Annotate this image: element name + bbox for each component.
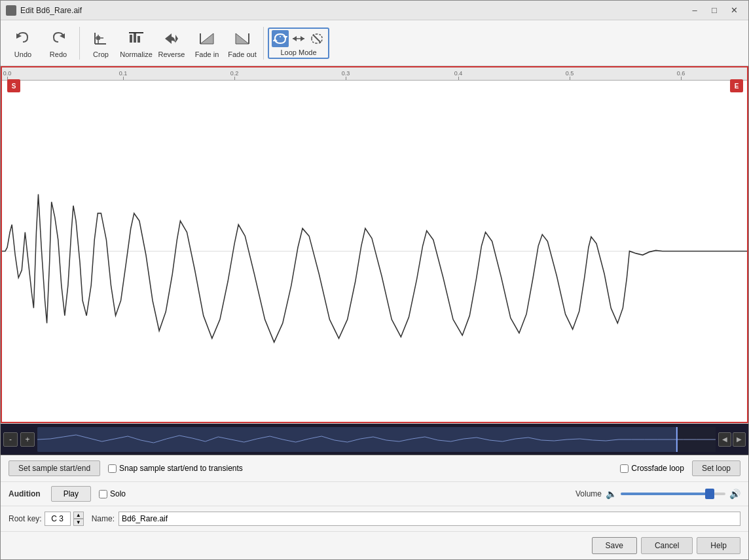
crop-icon <box>90 28 111 49</box>
play-button[interactable]: Play <box>51 486 91 502</box>
title-bar: Edit Bd6_Rare.aif – □ ✕ <box>1 1 748 20</box>
spin-buttons: ▲ ▼ <box>73 512 84 526</box>
footer-row: Save Cancel Help <box>1 531 748 559</box>
bottom-area: - + ◀ ▶ Set sample start/end <box>1 423 748 559</box>
ruler-tick-1: 0.1 <box>123 70 132 80</box>
snap-label: Snap sample start/end to transients <box>119 464 243 473</box>
zoom-in-button[interactable]: + <box>20 432 35 447</box>
audition-row: Audition Play Solo Volume 🔈 🔊 <box>1 482 748 506</box>
normalize-button[interactable]: Normalize <box>119 24 153 62</box>
crossfade-checkbox-label[interactable]: Crossfade loop <box>620 464 684 473</box>
normalize-label: Normalize <box>120 50 153 58</box>
svg-rect-23 <box>37 427 677 452</box>
nav-left-button[interactable]: ◀ <box>718 432 731 447</box>
svg-rect-8 <box>134 33 136 43</box>
name-input[interactable] <box>119 512 740 526</box>
loop-pingpong-button[interactable] <box>290 30 307 47</box>
redo-icon <box>48 28 69 49</box>
spin-up-button[interactable]: ▲ <box>73 512 84 519</box>
window-title: Edit Bd6_Rare.aif <box>20 6 685 15</box>
volume-label: Volume <box>575 489 602 498</box>
crop-button[interactable]: Crop <box>84 24 118 62</box>
svg-marker-13 <box>236 33 249 44</box>
set-sample-button[interactable]: Set sample start/end <box>9 460 100 476</box>
svg-rect-7 <box>130 35 132 43</box>
fade-out-label: Fade out <box>228 50 256 58</box>
spin-down-button[interactable]: ▼ <box>73 519 84 526</box>
svg-marker-19 <box>293 36 297 41</box>
svg-marker-15 <box>283 36 287 39</box>
crop-label: Crop <box>93 50 109 58</box>
set-loop-button[interactable]: Set loop <box>692 460 740 476</box>
fade-out-button[interactable]: Fade out <box>225 24 259 62</box>
solo-checkbox[interactable] <box>99 490 107 498</box>
ruler-tick-6: 0.6 <box>681 70 689 80</box>
fade-in-icon <box>196 28 217 49</box>
volume-fill <box>621 493 710 495</box>
close-button[interactable]: ✕ <box>725 3 743 18</box>
volume-track[interactable] <box>621 493 725 495</box>
loop-mode-label: Loop Mode <box>280 48 316 56</box>
reverse-button[interactable]: Reverse <box>155 24 189 62</box>
sep-1 <box>79 27 80 60</box>
cancel-button[interactable]: Cancel <box>641 537 693 554</box>
waveform-canvas <box>2 81 747 422</box>
sep-2 <box>263 27 264 60</box>
root-key-input[interactable] <box>45 512 71 526</box>
loop-icons <box>272 30 325 47</box>
nav-right-button[interactable]: ▶ <box>733 432 746 447</box>
fade-in-label: Fade in <box>195 50 219 58</box>
name-label: Name: <box>92 514 115 523</box>
window-controls: – □ ✕ <box>685 3 743 18</box>
svg-marker-16 <box>273 39 278 41</box>
start-marker[interactable]: S <box>7 79 20 92</box>
save-button[interactable]: Save <box>592 537 637 554</box>
main-window: Edit Bd6_Rare.aif – □ ✕ Undo Redo <box>0 0 749 560</box>
minimize-button[interactable]: – <box>685 3 704 18</box>
solo-label: Solo <box>110 489 126 498</box>
end-marker[interactable]: E <box>730 79 743 92</box>
ruler: 0.0 0.1 0.2 0.3 0.4 0.5 0.6 <box>2 67 747 81</box>
reverse-label: Reverse <box>158 50 185 58</box>
undo-icon <box>12 28 33 49</box>
undo-label: Undo <box>14 50 31 58</box>
crossfade-checkbox[interactable] <box>620 464 629 473</box>
app-icon <box>6 5 16 16</box>
loop-forward-button[interactable] <box>272 30 289 47</box>
name-group: Name: <box>92 512 740 526</box>
fade-out-icon <box>232 28 253 49</box>
fade-in-button[interactable]: Fade in <box>190 24 224 62</box>
ruler-tick-2: 0.2 <box>234 70 243 80</box>
undo-button[interactable]: Undo <box>6 24 40 62</box>
zoom-out-button[interactable]: - <box>3 432 18 447</box>
svg-marker-11 <box>200 33 213 44</box>
toolbar: Undo Redo Crop <box>1 20 748 66</box>
root-key-group: Root key: ▲ ▼ <box>9 512 84 526</box>
help-button[interactable]: Help <box>697 537 740 554</box>
ruler-tick-3: 0.3 <box>346 70 354 80</box>
name-row: Root key: ▲ ▼ Name: <box>1 506 748 531</box>
volume-thumb[interactable] <box>705 489 714 499</box>
snap-checkbox[interactable] <box>108 464 117 473</box>
svg-rect-9 <box>137 36 140 43</box>
snap-checkbox-label[interactable]: Snap sample start/end to transients <box>108 464 243 473</box>
solo-checkbox-label[interactable]: Solo <box>99 489 126 498</box>
svg-marker-18 <box>301 36 304 41</box>
waveform-area: 0.0 0.1 0.2 0.3 0.4 0.5 0.6 S E <box>1 66 748 423</box>
audition-label: Audition <box>9 489 41 498</box>
maximize-button[interactable]: □ <box>705 3 723 18</box>
volume-area: Volume 🔈 🔊 <box>575 489 740 499</box>
minimap-scroll-right: ◀ ▶ <box>718 432 746 447</box>
minimap[interactable] <box>37 427 716 452</box>
reverse-icon <box>161 28 182 49</box>
redo-button[interactable]: Redo <box>41 24 75 62</box>
ruler-tick-5: 0.5 <box>570 70 578 80</box>
volume-low-icon: 🔈 <box>606 489 617 499</box>
loop-mode-group: Loop Mode <box>268 28 329 59</box>
ruler-tick-0: 0.0 <box>7 70 16 80</box>
volume-high-icon: 🔊 <box>729 489 740 499</box>
minimap-row: - + ◀ ▶ <box>1 424 748 455</box>
svg-line-20 <box>313 35 321 43</box>
loop-none-button[interactable] <box>308 30 325 47</box>
normalize-icon <box>126 28 147 49</box>
